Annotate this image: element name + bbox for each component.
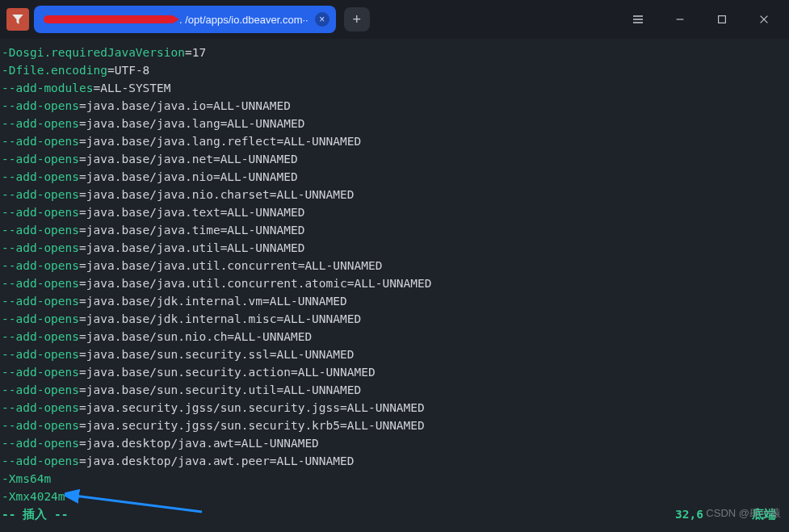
tab-title: . /opt/apps/io.dbeaver.com·· [179, 14, 308, 26]
config-line: --add-opens=java.security.jgss/sun.secur… [0, 399, 789, 417]
config-line: --add-opens=java.security.jgss/sun.secur… [0, 417, 789, 434]
config-line: --add-modules=ALL-SYSTEM [0, 79, 789, 97]
config-line: --add-opens=java.base/java.text=ALL-UNNA… [0, 203, 789, 221]
config-line: --add-opens=java.base/jdk.internal.misc=… [0, 310, 789, 328]
config-line: -Dosgi.requiredJavaVersion=17 [0, 44, 789, 61]
config-line: --add-opens=java.base/java.time=ALL-UNNA… [0, 221, 789, 239]
new-tab-button[interactable]: + [344, 7, 370, 31]
config-line: --add-opens=java.base/java.lang=ALL-UNNA… [0, 115, 789, 132]
config-line: --add-opens=java.base/sun.security.util=… [0, 381, 789, 399]
tab-close-button[interactable]: × [315, 12, 329, 27]
watermark: CSDN @肆小猿 [706, 506, 781, 521]
config-line: --add-opens=java.base/java.io=ALL-UNNAME… [0, 97, 789, 115]
app-icon[interactable] [6, 8, 29, 31]
config-line: --add-opens=java.desktop/java.awt.peer=A… [0, 452, 789, 470]
tab-redaction [44, 15, 173, 23]
close-button[interactable] [745, 6, 783, 32]
config-line: --add-opens=java.base/java.util.concurre… [0, 257, 789, 274]
active-tab[interactable]: . /opt/apps/io.dbeaver.com·· × [34, 6, 336, 33]
config-line: -Xmx4024m [0, 488, 789, 505]
config-line: --add-opens=java.desktop/java.awt=ALL-UN… [0, 434, 789, 452]
config-line: --add-opens=java.base/sun.nio.ch=ALL-UNN… [0, 328, 789, 346]
minimize-button[interactable] [661, 6, 699, 32]
config-line: --add-opens=java.base/java.nio=ALL-UNNAM… [0, 168, 789, 186]
config-line: -Xms64m [0, 470, 789, 488]
config-line: --add-opens=java.base/java.util=ALL-UNNA… [0, 239, 789, 257]
hamburger-menu-button[interactable] [619, 6, 657, 32]
config-line: --add-opens=java.base/sun.security.ssl=A… [0, 346, 789, 363]
maximize-button[interactable] [703, 6, 741, 32]
config-line: --add-opens=java.base/jdk.internal.vm=AL… [0, 292, 789, 310]
config-line: --add-opens=java.base/java.nio.charset=A… [0, 186, 789, 203]
config-line: -Dfile.encoding=UTF-8 [0, 61, 789, 79]
titlebar: . /opt/apps/io.dbeaver.com·· × + [0, 0, 789, 39]
config-line: --add-opens=java.base/java.net=ALL-UNNAM… [0, 150, 789, 168]
terminal-output[interactable]: -Dosgi.requiredJavaVersion=17-Dfile.enco… [0, 39, 789, 523]
config-line: --add-opens=java.base/java.util.concurre… [0, 274, 789, 292]
config-line: --add-opens=java.base/sun.security.actio… [0, 363, 789, 381]
vim-mode-line: -- 插入 -- 32,6 底端 [0, 505, 789, 523]
svg-rect-0 [719, 16, 726, 23]
config-line: --add-opens=java.base/java.lang.reflect=… [0, 132, 789, 150]
